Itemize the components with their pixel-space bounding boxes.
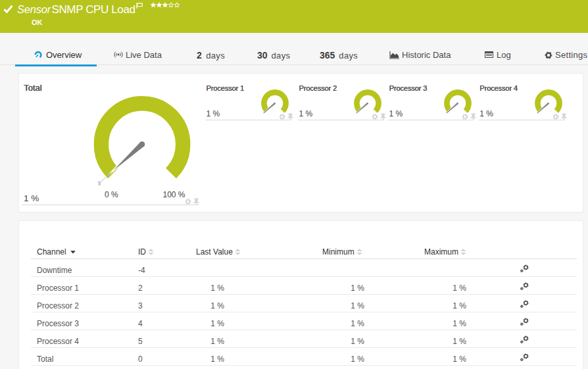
svg-text:x̅: x̅ xyxy=(97,180,101,187)
